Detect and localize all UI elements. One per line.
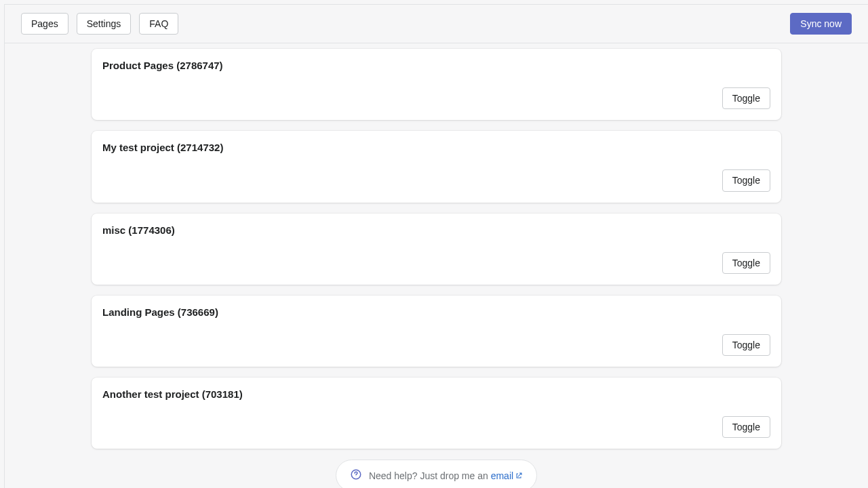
help-pill: Need help? Just drop me an email	[336, 460, 537, 488]
settings-button[interactable]: Settings	[77, 13, 132, 35]
svg-point-1	[356, 477, 357, 478]
sync-now-button[interactable]: Sync now	[790, 13, 852, 35]
pages-button[interactable]: Pages	[21, 13, 68, 35]
help-email-link[interactable]: email	[491, 470, 523, 481]
help-text-label: Need help? Just drop me an	[369, 470, 491, 481]
toggle-button[interactable]: Toggle	[722, 416, 770, 438]
project-card: My test project (2714732) Toggle	[92, 131, 781, 202]
toggle-button[interactable]: Toggle	[722, 169, 770, 191]
faq-button[interactable]: FAQ	[139, 13, 178, 35]
project-title: My test project (2714732)	[102, 142, 770, 153]
help-icon	[350, 468, 362, 483]
help-text: Need help? Just drop me an email	[369, 470, 523, 481]
project-title: Another test project (703181)	[102, 388, 770, 400]
project-card: misc (1774306) Toggle	[92, 214, 781, 285]
nav-right: Sync now	[790, 13, 852, 35]
topbar: Pages Settings FAQ Sync now	[5, 5, 868, 43]
project-card: Another test project (703181) Toggle	[92, 378, 781, 449]
project-card: Product Pages (2786747) Toggle	[92, 49, 781, 120]
content: Product Pages (2786747) Toggle My test p…	[5, 43, 868, 488]
project-title: misc (1774306)	[102, 224, 770, 236]
external-link-icon	[515, 472, 523, 480]
project-title: Product Pages (2786747)	[102, 60, 770, 71]
toggle-button[interactable]: Toggle	[722, 252, 770, 274]
project-title: Landing Pages (736669)	[102, 306, 770, 318]
toggle-button[interactable]: Toggle	[722, 334, 770, 356]
nav-left: Pages Settings FAQ	[21, 13, 178, 35]
toggle-button[interactable]: Toggle	[722, 87, 770, 109]
project-card: Landing Pages (736669) Toggle	[92, 296, 781, 367]
